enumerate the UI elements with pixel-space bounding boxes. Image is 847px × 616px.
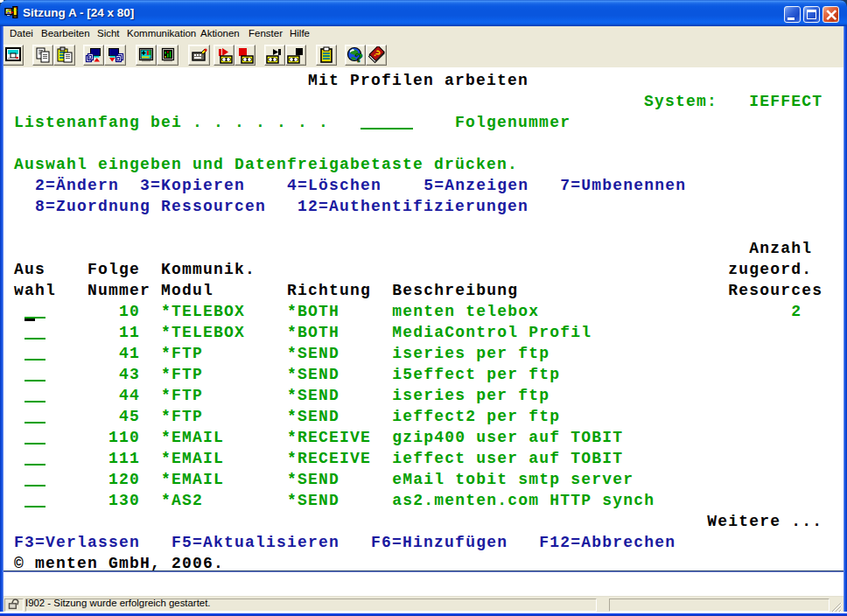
svg-text:?: ? [355,50,363,64]
